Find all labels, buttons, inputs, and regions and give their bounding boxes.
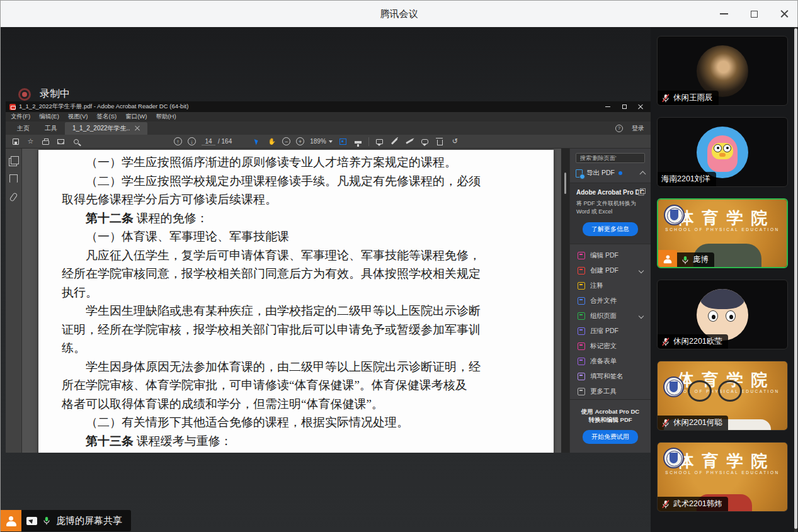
start-free-trial-button[interactable]: 开始免费试用	[583, 430, 638, 444]
chevron-up-icon[interactable]	[640, 171, 646, 178]
recording-indicator: 录制中	[18, 88, 70, 101]
participant-tile[interactable]: 海南2201刘洋	[657, 117, 788, 187]
acrobat-toolbar: ☆ ↑ ↓ 14 / 164 ✋ − + 189%	[6, 135, 651, 149]
previous-page-icon[interactable]: ↑	[174, 137, 182, 145]
sidebar-scrollbar-thumb[interactable]	[794, 28, 797, 529]
minimize-button[interactable]	[717, 7, 731, 21]
page-total-label: / 164	[218, 138, 232, 145]
avatar	[697, 127, 748, 178]
tool-item[interactable]: 注释	[570, 278, 651, 293]
bookmarks-icon[interactable]	[9, 174, 18, 183]
sign-in-link[interactable]: 登录	[632, 124, 644, 133]
search-icon[interactable]	[71, 137, 81, 146]
tool-item[interactable]: 标记密文	[570, 339, 651, 354]
tool-icon	[578, 388, 585, 395]
menu-item[interactable]: 签名(S)	[96, 113, 117, 121]
acrobat-restore-button[interactable]	[620, 103, 628, 111]
meeting-title: 腾讯会议	[380, 8, 418, 20]
document-scrollbar[interactable]	[561, 149, 569, 453]
pdf-text-line: （一）学生应按照循序渐进的原则修读专业人才培养方案规定的课程。	[62, 153, 527, 172]
tab-home[interactable]: 主页	[9, 122, 37, 135]
pdf-text-line: 练。	[62, 339, 527, 358]
next-page-icon[interactable]: ↓	[188, 137, 196, 145]
zoom-level-select[interactable]: 189%	[310, 138, 333, 145]
page-thumbnails-icon[interactable]	[11, 156, 19, 164]
zoom-level-value: 189%	[310, 138, 326, 145]
save-icon[interactable]	[11, 137, 20, 146]
pdf-text-line: （二）学生应按照学校规定办理课程修读手续。凡规定有先修课程的，必须	[62, 172, 527, 191]
pdf-text-line: 学生因身体原因无法参加体育课的，由二级甲等以上医院出示诊断证明，经	[62, 358, 527, 376]
window-controls	[717, 1, 791, 27]
scroll-mode-icon[interactable]	[353, 137, 363, 146]
participant-tile[interactable]: 体育学院 SCHOOL OF PHYSICAL EDUCATION 武术2201…	[657, 442, 788, 512]
close-button[interactable]	[777, 7, 791, 21]
zoom-in-icon[interactable]: +	[296, 137, 304, 145]
tool-icon	[578, 327, 585, 335]
page-number-input[interactable]: 14	[202, 138, 215, 145]
help-icon[interactable]: ?	[615, 125, 623, 132]
participant-name-badge: 庞博	[677, 252, 714, 267]
tool-item[interactable]: 压缩 PDF	[570, 324, 651, 339]
stamp-icon[interactable]	[420, 137, 430, 146]
presenter-badge[interactable]	[1, 510, 21, 531]
menu-item[interactable]: 文件(F)	[11, 113, 30, 121]
host-badge	[658, 250, 677, 267]
sidebar-scrollbar[interactable]	[794, 27, 797, 532]
participant-tile[interactable]: 体育学院 SCHOOL OF PHYSICAL EDUCATION 休闲2201…	[657, 361, 788, 431]
tool-item[interactable]: 组织页面	[570, 308, 651, 324]
comment-icon[interactable]	[375, 137, 384, 146]
menu-item[interactable]: 窗口(W)	[125, 113, 147, 121]
menu-item[interactable]: 视图(V)	[68, 113, 88, 121]
tool-item[interactable]: 准备表单	[570, 354, 651, 369]
tool-item[interactable]: 更多工具	[570, 384, 651, 399]
tab-close-icon[interactable]	[135, 126, 140, 131]
fit-width-icon[interactable]	[338, 137, 348, 146]
highlight-icon[interactable]	[390, 137, 399, 146]
acrobat-minimize-button[interactable]	[604, 103, 612, 111]
print-icon[interactable]	[41, 137, 50, 146]
trial-text-line2: 转换和编辑 PDF	[574, 416, 647, 424]
acrobat-pro-promo: Adobe Acrobat Pro DC 将 PDF 文件联机转换为 Word …	[570, 183, 651, 244]
trial-promo: 使用 Acrobat Pro DC 转换和编辑 PDF 开始免费试用	[570, 399, 651, 453]
participant-name-badge: 海南2201刘洋	[658, 172, 716, 186]
participant-tile[interactable]: 休闲王雨辰	[657, 36, 788, 106]
participant-tile[interactable]: 休闲2201欧莹	[657, 280, 788, 349]
participant-tile-active-speaker[interactable]: 体育学院 SCHOOL OF PHYSICAL EDUCATION 庞博	[657, 198, 788, 268]
learn-more-button[interactable]: 了解更多信息	[583, 222, 638, 236]
school-emblem-icon	[664, 205, 685, 225]
mic-muted-icon	[661, 94, 670, 103]
pdf-text-line: 执行。	[62, 283, 527, 302]
document-scrollbar-thumb[interactable]	[564, 173, 566, 194]
acrobat-close-button[interactable]	[637, 103, 644, 111]
tool-icon	[578, 267, 585, 274]
tab-document[interactable]: 1_1_2_2022年学生..	[65, 122, 147, 135]
maximize-button[interactable]	[747, 7, 761, 21]
tool-item[interactable]: 填写和签名	[570, 369, 651, 384]
export-pdf-row[interactable]: 导出 PDF	[570, 163, 651, 183]
delete-icon[interactable]	[435, 137, 445, 146]
menu-item[interactable]: 编辑(E)	[39, 113, 59, 121]
acrobat-tools-panel: 导出 PDF Adobe Acrobat Pro DC 将 PDF 文件联机转换…	[569, 149, 651, 453]
select-tool-icon[interactable]	[252, 137, 261, 146]
tools-search-input[interactable]	[576, 153, 645, 163]
hand-tool-icon[interactable]: ✋	[267, 137, 276, 146]
tool-icon	[578, 373, 585, 380]
tool-item[interactable]: 编辑 PDF	[570, 248, 651, 263]
email-icon[interactable]	[56, 137, 66, 146]
tool-item[interactable]: 合并文件	[570, 293, 651, 308]
attachments-icon[interactable]	[9, 192, 18, 201]
zoom-out-icon[interactable]: −	[282, 137, 290, 145]
sign-icon[interactable]	[405, 137, 414, 146]
menu-item[interactable]: 帮助(H)	[156, 113, 176, 121]
share-status-bar: 庞博的屏幕共享	[1, 510, 131, 531]
star-icon[interactable]: ☆	[26, 137, 35, 146]
participant-name-badge: 休闲2201何聪	[658, 416, 728, 430]
mic-muted-icon	[661, 337, 670, 346]
tab-tools[interactable]: 工具	[37, 122, 65, 135]
tool-item[interactable]: 创建 PDF	[570, 263, 651, 278]
acrobat-tabbar: 主页 工具 1_1_2_2022年学生.. ? 登录	[6, 122, 651, 135]
info-dot-icon	[618, 171, 622, 175]
undo-icon[interactable]: ↺	[450, 137, 460, 146]
video-banner-en: SCHOOL OF PHYSICAL EDUCATION	[658, 227, 787, 232]
school-emblem-icon	[663, 448, 684, 468]
